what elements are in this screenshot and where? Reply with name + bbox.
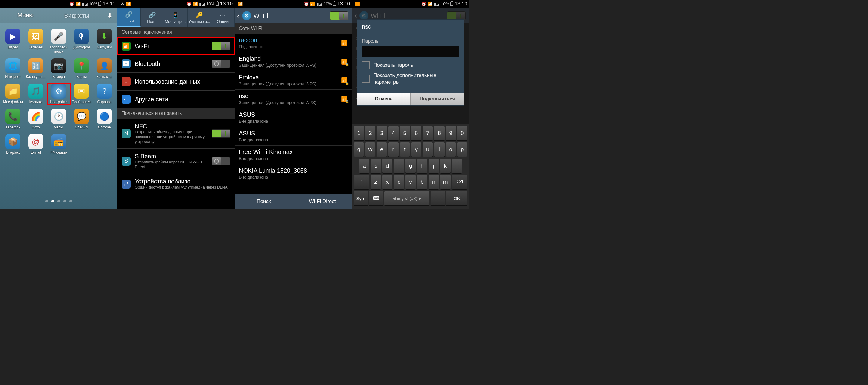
- key-⇧[interactable]: ⇧: [354, 175, 369, 189]
- settings-tab-4[interactable]: ⋯Опции: [211, 8, 235, 27]
- settings-row-s-beam[interactable]: SS BeamОтправить файлы через NFC и Wi-Fi…: [117, 149, 235, 174]
- key-sym[interactable]: Sym: [354, 191, 368, 205]
- key-3[interactable]: 3: [377, 126, 387, 140]
- key-2[interactable]: 2: [365, 126, 375, 140]
- app-мои-файлы[interactable]: 📁Мои файлы: [2, 84, 24, 104]
- key-9[interactable]: 9: [446, 126, 456, 140]
- settings-row-использование-данных[interactable]: ↕Использование данных: [117, 73, 235, 91]
- key-b[interactable]: b: [417, 175, 427, 189]
- app-fm-радио[interactable]: 📻FM-радио: [48, 134, 70, 155]
- app-галерея[interactable]: 🖼Галерея: [25, 29, 47, 54]
- back-button[interactable]: ‹: [237, 11, 240, 21]
- app-часы[interactable]: 🕐Часы: [48, 109, 70, 129]
- app-настройки[interactable]: ⚙Настройки: [47, 83, 70, 105]
- password-input[interactable]: [362, 46, 459, 57]
- key-u[interactable]: u: [423, 142, 433, 157]
- cancel-button[interactable]: Отмена: [357, 93, 410, 105]
- app-видео[interactable]: ▶Видео: [2, 29, 24, 54]
- key-1[interactable]: 1: [354, 126, 364, 140]
- key-t[interactable]: t: [400, 142, 410, 157]
- key-o[interactable]: o: [446, 142, 456, 157]
- key-h[interactable]: h: [417, 159, 427, 173]
- key-4[interactable]: 4: [388, 126, 399, 140]
- key-d[interactable]: d: [382, 159, 393, 173]
- key-n[interactable]: n: [429, 175, 439, 189]
- settings-row-bluetooth[interactable]: 🅱Bluetooth: [117, 55, 235, 73]
- key-q[interactable]: q: [354, 142, 364, 157]
- app-контакты[interactable]: 👤Контакты: [93, 58, 116, 79]
- key-c[interactable]: c: [394, 175, 404, 189]
- app-загрузки[interactable]: ⬇Загрузки: [93, 29, 116, 54]
- app-калькуля-[interactable]: 🔢Калькуля....: [25, 58, 47, 79]
- tab-menu[interactable]: Меню: [0, 8, 51, 24]
- app-телефон[interactable]: 📞Телефон: [2, 109, 24, 129]
- key-g[interactable]: g: [405, 159, 416, 173]
- settings-row-другие-сети[interactable]: ⋯Другие сети: [117, 91, 235, 108]
- wifi-network-frolova[interactable]: FrolovaЗащищенная (Доступен протокол WPS…: [235, 71, 352, 90]
- key-space[interactable]: ◀ English(UK) ▶: [384, 191, 430, 205]
- app-сообщения[interactable]: ✉Сообщения: [70, 84, 93, 104]
- wifi-network-free-wi-fi-kinomax[interactable]: Free-Wi-Fi-KinomaxВне диапазона: [235, 146, 352, 164]
- app-chaton[interactable]: 💬ChatON: [70, 109, 93, 129]
- settings-tab-0[interactable]: 🔗...ния: [117, 8, 141, 27]
- app-chrome[interactable]: 🔵Chrome: [93, 109, 116, 129]
- settings-row-nfc[interactable]: NNFCРазрешить обмен данными при прикосно…: [117, 119, 235, 149]
- key-dot[interactable]: .: [431, 191, 445, 205]
- wifi-network-nsd[interactable]: nsdЗащищенная (Доступен протокол WPS)📶🔒: [235, 90, 352, 108]
- key-0[interactable]: 0: [457, 126, 467, 140]
- app-фото[interactable]: 🌈Фото: [25, 109, 47, 129]
- key-a[interactable]: a: [359, 159, 369, 173]
- wifi-network-nokia-lumia-1520-3058[interactable]: NOKIA Lumia 1520_3058Вне диапазона: [235, 164, 352, 183]
- download-button[interactable]: ⬇: [102, 8, 117, 24]
- app-диктофон[interactable]: 🎙Диктофон: [70, 29, 93, 54]
- toggle[interactable]: [212, 157, 230, 165]
- key-e[interactable]: e: [377, 142, 387, 157]
- settings-tab-3[interactable]: 🔑Учетные з...: [188, 8, 211, 27]
- key-ok[interactable]: OK: [446, 191, 467, 205]
- key-7[interactable]: 7: [423, 126, 433, 140]
- scan-button[interactable]: Поиск: [235, 194, 293, 209]
- key-settings-icon[interactable]: ⌨: [369, 191, 383, 205]
- show-password-checkbox[interactable]: [362, 61, 370, 69]
- settings-row-устройства-поблизо-[interactable]: ⇄Устройства поблизо...Общий доступ к фай…: [117, 174, 235, 194]
- wifi-direct-button[interactable]: Wi-Fi Direct: [293, 194, 352, 209]
- key-l[interactable]: l: [452, 159, 462, 173]
- app-камера[interactable]: 📷Камера: [48, 58, 70, 79]
- key-w[interactable]: w: [365, 142, 375, 157]
- key-k[interactable]: k: [440, 159, 450, 173]
- wifi-network-racoon[interactable]: racoonПодключено📶: [235, 34, 352, 52]
- connect-button[interactable]: Подключиться: [410, 93, 464, 105]
- wifi-network-england[interactable]: EnglandЗащищенная (Доступен протокол WPS…: [235, 52, 352, 71]
- toggle[interactable]: [212, 42, 230, 50]
- key-8[interactable]: 8: [434, 126, 444, 140]
- key-f[interactable]: f: [394, 159, 404, 173]
- key-i[interactable]: i: [434, 142, 444, 157]
- key-r[interactable]: r: [388, 142, 399, 157]
- settings-tab-1[interactable]: 🔗Под...: [141, 8, 164, 27]
- key-z[interactable]: z: [371, 175, 381, 189]
- key-v[interactable]: v: [405, 175, 416, 189]
- settings-tab-2[interactable]: 📱Мое устро...: [164, 8, 188, 27]
- toggle[interactable]: [212, 60, 230, 68]
- key-⌫[interactable]: ⌫: [452, 175, 467, 189]
- key-p[interactable]: p: [457, 142, 467, 157]
- app-карты[interactable]: 📍Карты: [70, 58, 93, 79]
- key-5[interactable]: 5: [400, 126, 410, 140]
- settings-row-wi-fi[interactable]: 📶Wi-Fi: [117, 37, 235, 55]
- app-музыка[interactable]: 🎵Музыка: [25, 84, 47, 104]
- tab-widgets[interactable]: Виджеты: [51, 8, 102, 24]
- app-справка[interactable]: ?Справка: [93, 84, 116, 104]
- key-s[interactable]: s: [371, 159, 381, 173]
- show-advanced-checkbox[interactable]: [362, 75, 370, 83]
- app-интернет[interactable]: 🌐Интернет: [2, 58, 24, 79]
- app-e-mail[interactable]: @E-mail: [25, 134, 47, 155]
- wifi-network-asus[interactable]: ASUSВне диапазона: [235, 108, 352, 127]
- key-m[interactable]: m: [440, 175, 451, 189]
- app-голосовой-поиск[interactable]: 🎤Голосовой поиск: [48, 29, 70, 54]
- key-y[interactable]: y: [411, 142, 422, 157]
- wifi-network-asus[interactable]: ASUSВне диапазона: [235, 127, 352, 146]
- toggle[interactable]: [212, 129, 230, 138]
- wifi-master-toggle[interactable]: [330, 11, 348, 20]
- key-6[interactable]: 6: [411, 126, 422, 140]
- key-x[interactable]: x: [382, 175, 393, 189]
